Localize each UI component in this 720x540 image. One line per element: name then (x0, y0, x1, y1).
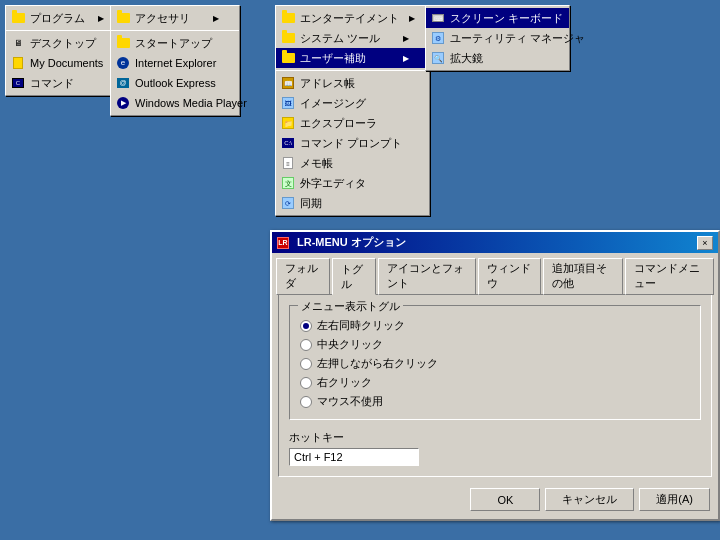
acc-item-startup[interactable]: スタートアップ (111, 33, 239, 53)
desktop-icon: 🖥 (10, 35, 26, 51)
main-submenu[interactable]: エンターテイメント ▶ システム ツール ▶ ユーザー補助 ▶ 📖 アドレス帳 … (275, 5, 430, 216)
acc-item-accessories[interactable]: アクセサリ ▶ (111, 8, 239, 28)
sub-item-imaging[interactable]: 🖼 イメージング (276, 93, 429, 113)
programs-item-command[interactable]: C コマンド (6, 73, 124, 93)
radio-label-1: 中央クリック (317, 337, 383, 352)
dialog-tabs: フォルダ トグル アイコンとフォント ウィンドウ 追加項目その他 コマンドメニュ… (272, 253, 718, 294)
tab-extra[interactable]: 追加項目その他 (543, 258, 623, 295)
acc-sub-magnify[interactable]: 🔍 拡大鏡 (426, 48, 569, 68)
programs-item-desktop[interactable]: 🖥 デスクトップ (6, 33, 124, 53)
radio-circle-2 (300, 358, 312, 370)
acc-sub-keyboard[interactable]: ⌨ スクリーン キーボード (426, 8, 569, 28)
tab-command-menu[interactable]: コマンドメニュー (625, 258, 714, 295)
sync-icon: ⟳ (280, 195, 296, 211)
acc-item-oe[interactable]: @ Outlook Express (111, 73, 239, 93)
radio-label-2: 左押しながら右クリック (317, 356, 438, 371)
sub-item-sync[interactable]: ⟳ 同期 (276, 193, 429, 213)
notepad-icon: ≡ (280, 155, 296, 171)
programs-menu[interactable]: プログラム ▶ 🖥 デスクトップ My Documents C コマンド (5, 5, 125, 96)
sub-item-systemtools[interactable]: システム ツール ▶ (276, 28, 429, 48)
utility-icon: ⚙ (430, 30, 446, 46)
folder-icon (10, 10, 26, 26)
dialog-lrmenu: LR LR-MENU オプション × フォルダ トグル アイコンとフォント ウィ… (270, 230, 720, 521)
radio-item-1[interactable]: 中央クリック (300, 337, 690, 352)
cmdprompt-icon: C:\ (280, 135, 296, 151)
radio-circle-4 (300, 396, 312, 408)
tab-icon-font[interactable]: アイコンとフォント (378, 258, 476, 295)
entertainment-icon (280, 10, 296, 26)
sub-item-fontedit[interactable]: 文 外字エディタ (276, 173, 429, 193)
dialog-content-area: メニュー表示トグル 左右同時クリック 中央クリック 左押しながら右クリック (278, 294, 712, 477)
hotkey-input[interactable] (289, 448, 419, 466)
folder-icon-acc (115, 10, 131, 26)
dialog-close-button[interactable]: × (697, 236, 713, 250)
radio-item-3[interactable]: 右クリック (300, 375, 690, 390)
tab-folder[interactable]: フォルダ (276, 258, 330, 295)
sub-item-cmdprompt[interactable]: C:\ コマンド プロンプト (276, 133, 429, 153)
radio-circle-3 (300, 377, 312, 389)
fontedit-icon: 文 (280, 175, 296, 191)
acc-item-wmp[interactable]: ▶ Windows Media Player (111, 93, 239, 113)
ok-button[interactable]: OK (470, 488, 540, 511)
startup-icon (115, 35, 131, 51)
accessibility-submenu[interactable]: ⌨ スクリーン キーボード ⚙ ユーティリティ マネージャ 🔍 拡大鏡 (425, 5, 570, 71)
radio-item-2[interactable]: 左押しながら右クリック (300, 356, 690, 371)
group-box-title: メニュー表示トグル (298, 299, 403, 314)
radio-group-toggle: 左右同時クリック 中央クリック 左押しながら右クリック 右クリック (300, 318, 690, 409)
dialog-title-text: LR-MENU オプション (297, 235, 406, 250)
programs-item-mydocs[interactable]: My Documents (6, 53, 124, 73)
mydocs-icon (10, 55, 26, 71)
accessories-menu[interactable]: アクセサリ ▶ スタートアップ e Internet Explorer @ Ou… (110, 5, 240, 116)
sub-item-entertainment[interactable]: エンターテイメント ▶ (276, 8, 429, 28)
radio-item-0[interactable]: 左右同時クリック (300, 318, 690, 333)
addressbook-icon: 📖 (280, 75, 296, 91)
tab-window[interactable]: ウィンドウ (478, 258, 540, 295)
sub-item-addressbook[interactable]: 📖 アドレス帳 (276, 73, 429, 93)
apply-button[interactable]: 適用(A) (639, 488, 710, 511)
oe-icon: @ (115, 75, 131, 91)
ie-icon: e (115, 55, 131, 71)
tab-toggle[interactable]: トグル (332, 258, 377, 295)
systemtools-icon (280, 30, 296, 46)
hotkey-label: ホットキー (289, 430, 701, 445)
imaging-icon: 🖼 (280, 95, 296, 111)
radio-label-4: マウス不使用 (317, 394, 383, 409)
radio-item-4[interactable]: マウス不使用 (300, 394, 690, 409)
radio-label-3: 右クリック (317, 375, 372, 390)
command-icon: C (10, 75, 26, 91)
dialog-button-row: OK キャンセル 適用(A) (272, 483, 718, 519)
wmp-icon: ▶ (115, 95, 131, 111)
explorer-icon: 📁 (280, 115, 296, 131)
acc-sub-utility[interactable]: ⚙ ユーティリティ マネージャ (426, 28, 569, 48)
dialog-title-icon: LR (277, 237, 289, 249)
sub-item-accessibility[interactable]: ユーザー補助 ▶ (276, 48, 429, 68)
radio-label-0: 左右同時クリック (317, 318, 405, 333)
toggle-group-box: メニュー表示トグル 左右同時クリック 中央クリック 左押しながら右クリック (289, 305, 701, 420)
sub-item-notepad[interactable]: ≡ メモ帳 (276, 153, 429, 173)
radio-circle-1 (300, 339, 312, 351)
cancel-button[interactable]: キャンセル (545, 488, 634, 511)
dialog-titlebar: LR LR-MENU オプション × (272, 232, 718, 253)
keyboard-icon: ⌨ (430, 10, 446, 26)
accessibility-icon (280, 50, 296, 66)
programs-item-programs[interactable]: プログラム ▶ (6, 8, 124, 28)
acc-item-ie[interactable]: e Internet Explorer (111, 53, 239, 73)
radio-circle-0 (300, 320, 312, 332)
magnify-icon: 🔍 (430, 50, 446, 66)
sub-item-explorer[interactable]: 📁 エクスプローラ (276, 113, 429, 133)
hotkey-section: ホットキー (289, 430, 701, 466)
